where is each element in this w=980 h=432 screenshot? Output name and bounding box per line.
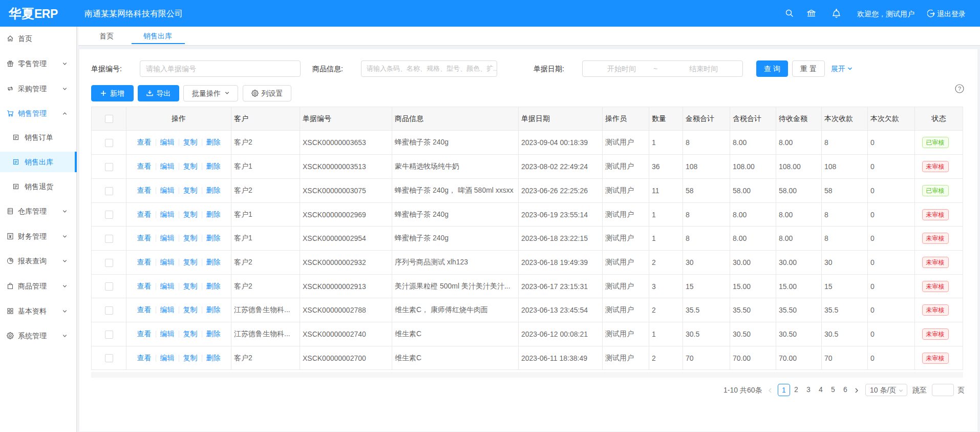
svg-text:?: ? bbox=[958, 86, 961, 92]
